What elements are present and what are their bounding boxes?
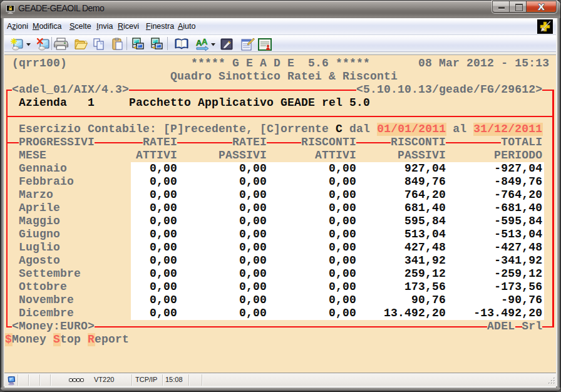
svg-text:A: A <box>202 38 208 46</box>
